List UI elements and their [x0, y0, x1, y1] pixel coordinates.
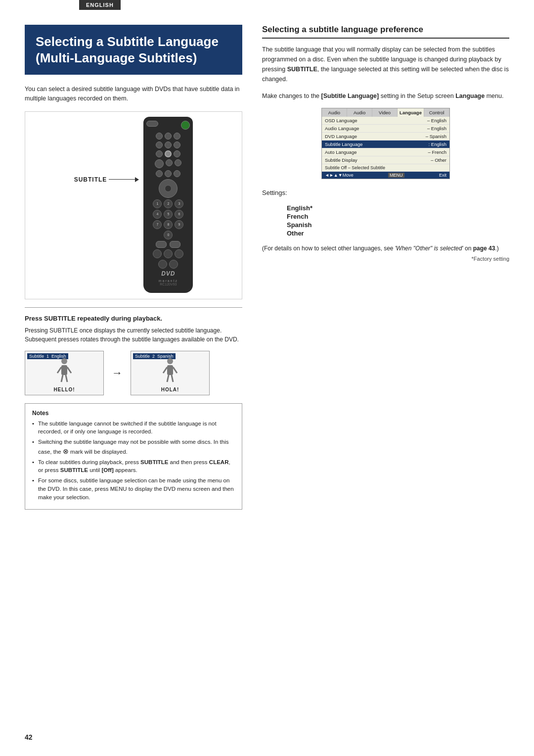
svg-rect-1 [61, 365, 67, 375]
svg-line-4 [61, 375, 63, 382]
num-2: 2 [164, 199, 173, 208]
setup-screen: Audio Audio Video Language Control OSD L… [321, 108, 450, 179]
extra-btn-5 [169, 260, 178, 269]
setup-row-display: Subtitle Display– Other [322, 156, 449, 164]
subtitle-arrow [109, 179, 138, 180]
setup-row-osd: OSD Language– English [322, 117, 449, 125]
num-3: 3 [175, 199, 183, 208]
tab-language: Language [398, 108, 424, 117]
setup-row-off: Subtitle Off – Selected Subtitle [322, 164, 449, 172]
right-section-title: Selecting a subtitle language preference [262, 25, 509, 39]
for-details-text: (For details on how to select other lang… [262, 244, 509, 253]
note-item-1: The subtitle language cannot be switched… [32, 420, 235, 436]
note-item-3: To clear subtitles during playback, pres… [32, 458, 235, 474]
press-subtitle-title: Press SUBTITLE repeatedly during playbac… [25, 315, 242, 322]
notes-title: Notes [32, 410, 235, 417]
setting-french: French [287, 213, 509, 220]
num-9: 9 [175, 220, 183, 229]
setting-english: English* [287, 204, 509, 212]
setting-other: Other [287, 230, 509, 237]
remote-btn-10 [175, 159, 181, 166]
num-8: 8 [164, 220, 173, 229]
num-6: 6 [175, 210, 183, 219]
extra-btn-3 [175, 249, 183, 258]
svg-point-6 [167, 358, 173, 364]
demo-caption-2: HOLA! [131, 387, 209, 392]
tab-video: Video [372, 108, 398, 117]
demo-caption-1: HELLO! [25, 387, 103, 392]
notes-section: Notes The subtitle language cannot be sw… [25, 403, 242, 510]
extra-btn-2 [164, 249, 173, 258]
page-number: 42 [25, 733, 33, 741]
right-desc-1: The subtitle language that you will norm… [262, 45, 509, 84]
num-4: 4 [153, 210, 162, 219]
setup-footer: ◄►▲▼Move MENU Exit [322, 172, 449, 179]
setup-row-subtitle: Subtitle Language: English [322, 141, 449, 148]
model-number: RC120V93 [146, 283, 190, 286]
setup-tabs: Audio Audio Video Language Control [322, 108, 449, 117]
remote-btn-13 [174, 170, 180, 177]
svg-line-9 [173, 367, 177, 373]
extra-btn-4 [158, 260, 167, 269]
settings-list: English* French Spanish Other [287, 204, 509, 237]
demo-person-1 [54, 357, 74, 384]
setup-rows: OSD Language– English Audio Language– En… [322, 117, 449, 172]
demo-box-2: Subtitle 2 Spanish HOLA! [131, 351, 210, 395]
num-1: 1 [153, 199, 162, 208]
num-5: 5 [164, 210, 173, 219]
remote-btn-7 [156, 150, 163, 157]
extra-btn-1 [153, 249, 162, 258]
remote-btn-12 [165, 170, 172, 177]
factory-note: *Factory setting [262, 256, 509, 262]
main-title: Selecting a Subtitle Language (Multi-Lan… [36, 34, 231, 66]
subtitle-button [165, 150, 172, 157]
setup-row-dvd: DVD Language– Spanish [322, 133, 449, 141]
settings-container: Settings: English* French Spanish Other … [262, 189, 509, 262]
section-title-box: Selecting a Subtitle Language (Multi-Lan… [25, 25, 242, 75]
svg-line-3 [67, 367, 71, 373]
note-item-4: For some discs, subtitle language select… [32, 476, 235, 501]
power-button [181, 121, 190, 130]
remote-btn-3 [174, 133, 180, 140]
subtitle-label: SUBTITLE [74, 176, 107, 183]
remote-big-btn-1 [155, 159, 164, 168]
remote-btn-5 [165, 142, 172, 148]
language-tab: ENGLISH [79, 0, 121, 10]
remote-control: 1 2 3 4 5 6 7 8 9 [143, 117, 193, 293]
tab-audio1: Audio [322, 108, 347, 117]
remote-container: SUBTITLE [25, 111, 242, 299]
right-desc-2: Make changes to the [Subtitle Language] … [262, 91, 509, 101]
brand-label: marantz [146, 279, 190, 283]
setup-row-audio: Audio Language– English [322, 125, 449, 133]
tab-audio2: Audio [347, 108, 372, 117]
remote-btn-2 [165, 133, 172, 140]
open-close-button [146, 121, 158, 127]
setup-row-auto: Auto Language– French [322, 148, 449, 156]
note-item-2: Switching the subtitle language may not … [32, 438, 235, 456]
press-subtitle-section: Press SUBTITLE repeatedly during playbac… [25, 307, 242, 395]
right-column: Selecting a subtitle language preference… [262, 25, 509, 510]
section-description: You can select a desired subtitle langua… [25, 85, 242, 103]
svg-point-0 [61, 358, 67, 364]
setting-spanish: Spanish [287, 221, 509, 229]
vol-up [156, 241, 167, 248]
demo-person-2 [160, 357, 180, 384]
left-column: Selecting a Subtitle Language (Multi-Lan… [25, 25, 242, 510]
svg-line-8 [163, 367, 167, 373]
dpad [159, 179, 178, 198]
subtitle-demo: Subtitle 1 English HELLO! → [25, 351, 242, 395]
vol-down [170, 241, 180, 248]
settings-label: Settings: [262, 189, 287, 196]
remote-btn-1 [156, 133, 163, 140]
remote-btn-6 [174, 142, 180, 148]
svg-line-11 [172, 375, 173, 382]
svg-line-2 [57, 367, 61, 373]
notes-list: The subtitle language cannot be switched… [32, 420, 235, 502]
svg-rect-7 [167, 365, 173, 375]
remote-btn-11 [156, 170, 163, 177]
num-7: 7 [153, 220, 162, 229]
remote-btn-4 [156, 142, 163, 148]
demo-box-1: Subtitle 1 English HELLO! [25, 351, 104, 395]
svg-line-10 [167, 375, 169, 382]
arrow-icon: → [112, 367, 123, 379]
